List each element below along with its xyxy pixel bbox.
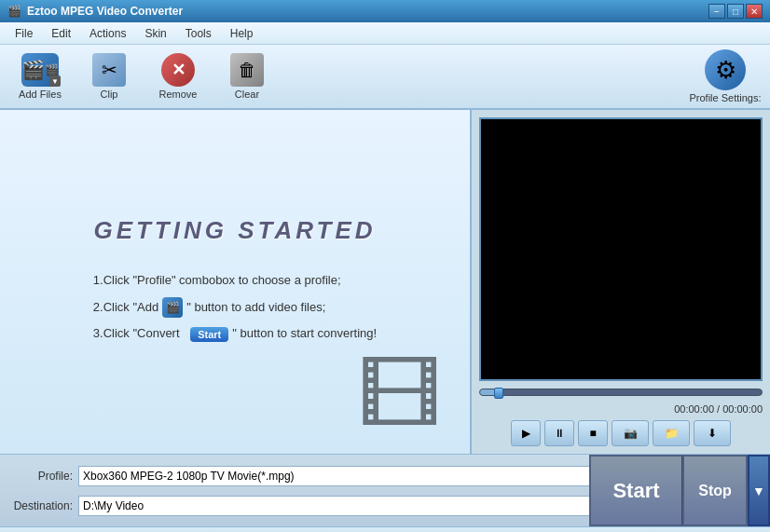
close-button[interactable]: ✕: [746, 4, 763, 19]
destination-label: Destination:: [7, 499, 73, 512]
profile-label: Profile:: [7, 470, 73, 483]
status-bar: Ready OK: [0, 526, 770, 532]
clip-button[interactable]: ✂ Clip: [76, 49, 142, 103]
step3-pre: 3.Click "Convert: [93, 321, 180, 348]
right-panel: 00:00:00 / 00:00:00 ▶ ⏸ ■ 📷 📁 ⬇: [472, 110, 770, 454]
seek-bar-container: [479, 387, 763, 398]
remove-button[interactable]: ✕ Remove: [145, 49, 211, 103]
pause-button[interactable]: ⏸: [544, 420, 574, 446]
add-files-label: Add Files: [19, 89, 62, 100]
title-controls: − □ ✕: [708, 4, 763, 19]
add-files-button[interactable]: 🎬 ▼ Add Files: [7, 49, 73, 103]
stop-button[interactable]: Stop: [682, 455, 748, 526]
action-down-arrow[interactable]: ▼: [748, 455, 770, 526]
add-files-icon: 🎬 ▼: [21, 53, 59, 87]
stop-player-button[interactable]: ■: [578, 420, 608, 446]
remove-label: Remove: [159, 89, 198, 100]
clear-label: Clear: [235, 89, 259, 100]
step3-post: " button to start converting!: [232, 321, 377, 348]
bottom-section: Profile: ▼ Save As... ▼ Destination: ▼ B…: [0, 455, 770, 526]
minimize-button[interactable]: −: [708, 4, 725, 19]
window-title: Eztoo MPEG Video Converter: [27, 5, 183, 18]
profile-settings-button[interactable]: ⚙ Profile Settings:: [688, 49, 763, 103]
seek-thumb[interactable]: [494, 388, 503, 399]
main-content: GETTING STARTED 1.Click "Profile" combob…: [0, 110, 770, 455]
maximize-button[interactable]: □: [727, 4, 744, 19]
seek-bar[interactable]: [479, 389, 763, 396]
inline-add-icon: 🎬: [162, 297, 183, 318]
profile-combo-wrapper: ▼: [78, 466, 667, 486]
screenshot-button[interactable]: 📷: [612, 420, 649, 446]
title-bar: 🎬 Eztoo MPEG Video Converter − □ ✕: [0, 0, 770, 22]
download-button[interactable]: ⬇: [694, 420, 731, 446]
film-reel-decoration: 🎞: [358, 348, 442, 444]
menu-bar: File Edit Actions Skin Tools Help: [0, 22, 770, 45]
destination-wrapper: ▼: [78, 496, 650, 516]
getting-started-title: GETTING STARTED: [93, 216, 376, 245]
profile-input[interactable]: [78, 466, 649, 486]
play-button[interactable]: ▶: [511, 420, 541, 446]
menu-edit[interactable]: Edit: [44, 25, 78, 42]
instruction-step1: 1.Click "Profile" combobox to choose a p…: [93, 267, 377, 294]
time-display: 00:00:00 / 00:00:00: [479, 403, 763, 415]
step2-pre: 2.Click "Add: [93, 294, 158, 321]
instruction-list: 1.Click "Profile" combobox to choose a p…: [93, 267, 377, 348]
menu-file[interactable]: File: [7, 25, 40, 42]
profile-settings-label: Profile Settings:: [689, 92, 761, 103]
step1-text: 1.Click "Profile" combobox to choose a p…: [93, 267, 341, 294]
app-icon: 🎬: [7, 5, 21, 18]
action-btn-group: Start Stop ▼: [589, 455, 770, 526]
folder-button[interactable]: 📁: [653, 420, 690, 446]
inline-start-btn[interactable]: Start: [190, 327, 228, 342]
clear-button[interactable]: 🗑 Clear: [214, 49, 280, 103]
add-dropdown-arrow[interactable]: ▼: [49, 75, 61, 87]
toolbar: 🎬 ▼ Add Files ✂ Clip ✕ Remove 🗑 Clear ⚙ …: [0, 45, 770, 110]
remove-icon: ✕: [161, 53, 195, 87]
left-panel: GETTING STARTED 1.Click "Profile" combob…: [0, 110, 472, 454]
title-bar-left: 🎬 Eztoo MPEG Video Converter: [7, 5, 183, 18]
clip-icon: ✂: [92, 53, 126, 87]
player-controls: ▶ ⏸ ■ 📷 📁 ⬇: [479, 420, 763, 446]
menu-tools[interactable]: Tools: [178, 25, 219, 42]
instruction-step2: 2.Click "Add 🎬 " button to add video fil…: [93, 294, 377, 321]
destination-input[interactable]: [78, 496, 633, 516]
clear-icon: 🗑: [230, 53, 264, 87]
video-preview: [479, 117, 763, 381]
start-button[interactable]: Start: [589, 455, 682, 526]
menu-actions[interactable]: Actions: [82, 25, 133, 42]
clip-label: Clip: [101, 89, 118, 100]
menu-skin[interactable]: Skin: [137, 25, 173, 42]
left-panel-inner: GETTING STARTED 1.Click "Profile" combob…: [19, 129, 451, 435]
step2-post: " button to add video files;: [186, 294, 325, 321]
menu-help[interactable]: Help: [223, 25, 261, 42]
instruction-step3: 3.Click "Convert Start " button to start…: [93, 321, 377, 348]
profile-settings-icon: ⚙: [705, 49, 746, 90]
